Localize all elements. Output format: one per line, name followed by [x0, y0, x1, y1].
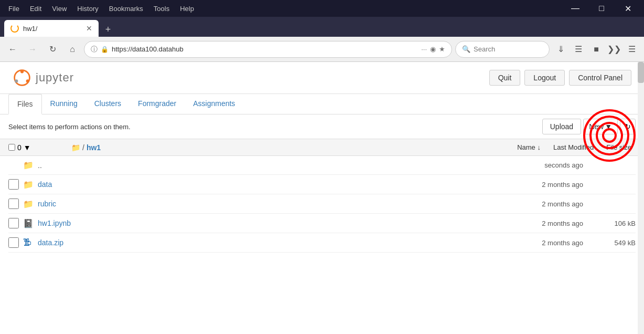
jupyter-header-buttons: Quit Logout Control Panel: [489, 70, 631, 86]
extension-icon[interactable]: ■: [588, 41, 604, 57]
select-all-checkbox[interactable]: [8, 144, 15, 151]
table-row: 📁 rubric 2 months ago: [8, 194, 636, 214]
breadcrumb-folder[interactable]: hw1: [87, 143, 101, 152]
file-modified-zip: 2 months ago: [489, 239, 583, 247]
home-button[interactable]: ⌂: [64, 41, 81, 58]
tab-clusters[interactable]: Clusters: [86, 94, 130, 114]
address-bar[interactable]: ⓘ 🔒 https://data100.datahub ··· ◉ ★: [84, 41, 452, 58]
url-text[interactable]: https://data100.datahub: [112, 45, 418, 53]
shield-icon[interactable]: ◉: [430, 45, 436, 53]
breadcrumb: 📁 / hw1: [71, 143, 513, 152]
file-modified-hw1: 2 months ago: [489, 220, 583, 227]
menu-bar[interactable]: File Edit View History Bookmarks Tools H…: [4, 4, 198, 14]
tab-title: hw1/: [23, 25, 37, 33]
upload-button[interactable]: Upload: [542, 119, 581, 134]
menu-help[interactable]: Help: [176, 4, 198, 14]
zip-icon: 🗜: [23, 238, 34, 247]
file-checkbox-hw1[interactable]: [8, 218, 19, 228]
svg-point-3: [15, 79, 18, 82]
file-name-parent[interactable]: ..: [38, 161, 489, 170]
selected-count: 0: [17, 143, 22, 152]
refresh-button[interactable]: ↻: [620, 119, 636, 134]
search-icon: 🔍: [462, 45, 470, 53]
bookmark-icon[interactable]: ★: [439, 45, 445, 53]
new-button[interactable]: New ▼: [583, 119, 618, 134]
sort-arrow: ↓: [537, 143, 541, 151]
folder-parent-icon: 📁: [23, 160, 34, 170]
quit-button[interactable]: Quit: [489, 70, 521, 86]
tab-bar: hw1/ ✕ +: [0, 17, 644, 37]
file-list: 📁 .. seconds ago 📁 data 2 months ago 📁 r…: [0, 156, 644, 253]
jupyter-logo-text: jupyter: [36, 71, 74, 85]
menu-edit[interactable]: Edit: [26, 4, 46, 14]
minimize-button[interactable]: —: [563, 0, 587, 17]
tab-formgrader[interactable]: Formgrader: [130, 94, 185, 114]
tab-assignments[interactable]: Assignments: [185, 94, 243, 114]
svg-point-2: [26, 79, 29, 82]
jupyter-body: jupyter Quit Logout Control Panel Files …: [0, 62, 644, 334]
scrollbar[interactable]: [638, 62, 644, 334]
navbar: ← → ↻ ⌂ ⓘ 🔒 https://data100.datahub ··· …: [0, 37, 644, 62]
back-button[interactable]: ←: [4, 41, 21, 58]
file-name-hw1[interactable]: hw1.ipynb: [38, 219, 489, 227]
sort-size[interactable]: File size: [602, 142, 636, 152]
more-icon[interactable]: ···: [421, 45, 427, 53]
sort-controls: Name ↓ Last Modified File size: [513, 142, 636, 152]
download-icon[interactable]: ⇓: [553, 41, 568, 57]
jupyter-tab-nav: Files Running Clusters Formgrader Assign…: [0, 94, 644, 114]
sort-name[interactable]: Name ↓: [513, 142, 545, 152]
scrollbar-thumb[interactable]: [638, 62, 644, 83]
file-size-zip: 549 kB: [583, 239, 636, 247]
file-size-hw1: 106 kB: [583, 220, 636, 227]
search-placeholder: Search: [474, 45, 495, 53]
search-box[interactable]: 🔍 Search: [455, 41, 550, 58]
tab-close-button[interactable]: ✕: [86, 24, 92, 33]
control-panel-button[interactable]: Control Panel: [569, 70, 631, 86]
tab-favicon: [10, 24, 19, 33]
file-name-zip[interactable]: data.zip: [38, 238, 489, 247]
menu-history[interactable]: History: [73, 4, 102, 14]
folder-icon-rubric: 📁: [23, 199, 34, 209]
menu-bookmarks[interactable]: Bookmarks: [105, 4, 147, 14]
browser-tab[interactable]: hw1/ ✕: [4, 20, 99, 37]
hamburger-icon[interactable]: ☰: [624, 41, 640, 57]
svg-point-1: [20, 70, 24, 73]
file-checkbox-rubric[interactable]: [8, 199, 19, 209]
jupyter-logo-icon: [13, 68, 31, 87]
table-row: 🗜 data.zip 2 months ago 549 kB: [8, 233, 636, 253]
logout-button[interactable]: Logout: [524, 70, 565, 86]
folder-icon: 📁: [71, 143, 80, 152]
sort-modified[interactable]: Last Modified: [549, 142, 598, 152]
toolbar-message: Select items to perform actions on them.: [8, 123, 131, 131]
file-name-data[interactable]: data: [38, 180, 489, 189]
info-icon: ⓘ: [91, 45, 98, 54]
dropdown-arrow[interactable]: ▼: [24, 143, 31, 152]
menu-file[interactable]: File: [4, 4, 24, 14]
window-controls[interactable]: — □ ✕: [563, 0, 640, 17]
library-icon[interactable]: ☰: [571, 41, 586, 57]
notebook-icon-hw1: 📓: [23, 218, 34, 228]
toolbar-actions: Upload New ▼ ↻: [542, 119, 636, 134]
titlebar: File Edit View History Bookmarks Tools H…: [0, 0, 644, 17]
close-button[interactable]: ✕: [616, 0, 640, 17]
menu-tools[interactable]: Tools: [149, 4, 174, 14]
menu-view[interactable]: View: [48, 4, 71, 14]
new-dropdown-arrow: ▼: [605, 122, 612, 131]
file-modified-parent: seconds ago: [489, 161, 583, 169]
table-row: 📓 hw1.ipynb 2 months ago 106 kB: [8, 214, 636, 233]
file-modified-data: 2 months ago: [489, 181, 583, 189]
tab-files[interactable]: Files: [8, 94, 42, 114]
table-row: 📁 data 2 months ago: [8, 175, 636, 194]
reload-button[interactable]: ↻: [44, 41, 61, 58]
file-name-rubric[interactable]: rubric: [38, 200, 489, 208]
file-checkbox-data[interactable]: [8, 179, 19, 190]
tab-running[interactable]: Running: [42, 94, 86, 114]
maximize-button[interactable]: □: [589, 0, 614, 17]
address-icons: ··· ◉ ★: [421, 45, 445, 53]
file-checkbox-zip[interactable]: [8, 237, 19, 248]
new-tab-button[interactable]: +: [101, 22, 115, 37]
forward-button[interactable]: →: [24, 41, 41, 58]
folder-icon-data: 📁: [23, 180, 34, 190]
jupyter-logo: jupyter: [13, 68, 74, 87]
more-tools-icon[interactable]: ❯❯: [606, 41, 622, 57]
